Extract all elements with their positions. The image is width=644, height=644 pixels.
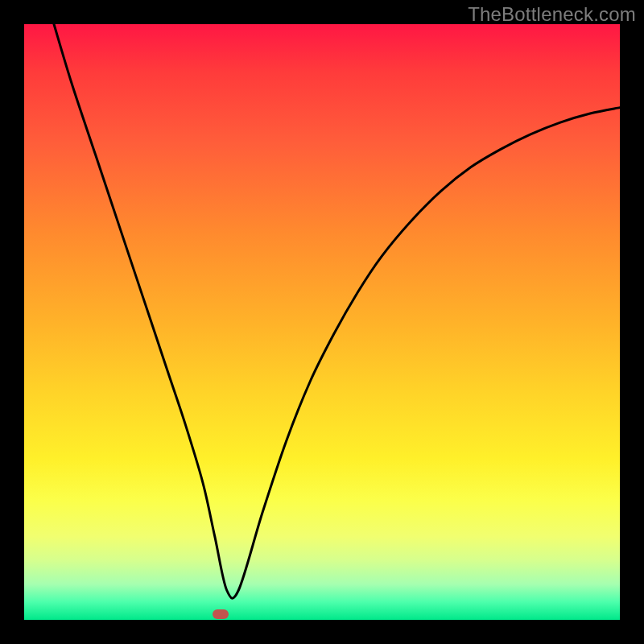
watermark-text: TheBottleneck.com bbox=[468, 3, 636, 26]
bottleneck-curve bbox=[24, 24, 620, 620]
chart-frame: TheBottleneck.com bbox=[0, 0, 644, 644]
plot-area bbox=[24, 24, 620, 620]
minimum-marker bbox=[213, 609, 229, 619]
